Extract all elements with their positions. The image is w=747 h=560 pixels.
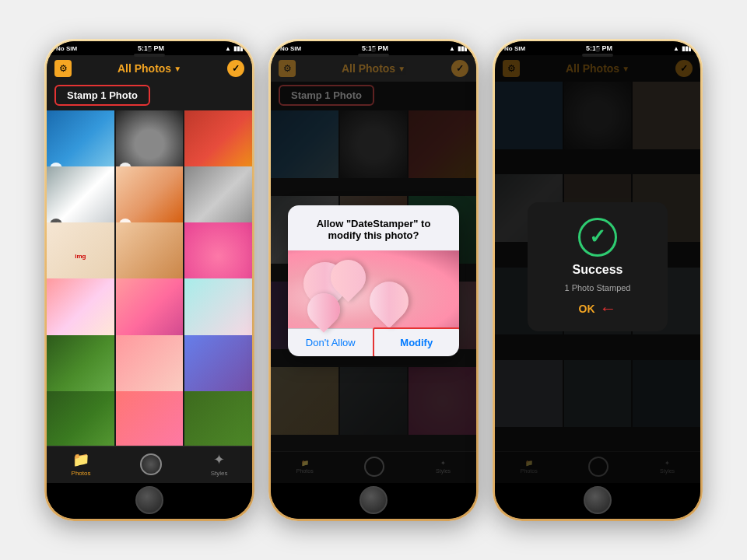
home-btn-row [271,483,476,519]
success-check-icon: ✓ [578,218,617,257]
home-button[interactable] [359,486,388,514]
photo-grid-1: ✓ img [47,110,252,446]
status-icons: ▲ ▮▮▮ [225,45,243,52]
tab-styles[interactable]: ✦ Styles [211,451,228,477]
dialog-overlay: Allow "DateStamper" to modify this photo… [271,110,476,451]
header-title-2: All Photos ▼ [342,62,405,75]
camera-dot [595,47,600,52]
camera-dot [371,47,376,52]
check-button[interactable]: ✓ [451,60,468,77]
tab-styles: ✦ Styles [660,460,675,474]
success-overlay: ✓ Success 1 Photo Stamped OK ← [495,82,700,451]
battery-icon: ▮▮▮ [458,45,467,52]
tab-bar: 📁 Photos ✦ Styles [271,451,476,483]
success-subtitle: 1 Photo Stamped [564,283,630,292]
photos-icon: 📁 [72,451,89,468]
tab-photos: 📁 Photos [296,460,314,474]
photo-cell[interactable] [116,391,184,446]
gear-icon: ⚙ [503,60,520,77]
styles-icon: ✦ [665,460,670,467]
carrier-label: No SIM [56,45,77,52]
home-button[interactable] [135,486,163,514]
camera-dot [147,47,152,52]
tab-camera[interactable] [140,453,162,475]
phone-screen-2: Allow "DateStamper" to modify this photo… [271,110,476,451]
carrier-label: No SIM [504,45,525,52]
app-header-3: ⚙ All Photos ▼ ✓ [495,55,700,82]
photos-icon: 📁 [525,460,533,467]
wifi-icon: ▲ [225,45,231,52]
camera-icon [364,457,384,477]
photo-cell[interactable] [184,391,252,446]
photos-icon: 📁 [301,460,309,467]
gear-icon[interactable]: ⚙ [279,60,296,77]
check-button[interactable]: ✓ [227,60,244,77]
modify-button[interactable]: Modify [374,329,460,356]
tab-styles: ✦ Styles [436,460,451,474]
status-icons: ▲ ▮▮▮ [673,45,691,52]
header-title-3: All Photos ▼ [566,62,630,75]
home-btn-row [495,483,700,519]
camera-button-icon [140,453,162,475]
home-button[interactable] [584,486,612,514]
ok-button[interactable]: OK [579,303,595,315]
photo-cell[interactable] [47,391,114,446]
phone-1: No SIM 5:15 PM ▲ ▮▮▮ ⚙ All Photos ▼ ✓ St… [44,39,254,521]
stamp-photo-button[interactable]: Stamp 1 Photo [54,85,150,106]
red-arrow-icon: ← [600,299,617,319]
tab-bar: 📁 Photos ✦ Styles [495,451,700,483]
dialog-actions: Don't Allow Modify [288,328,459,356]
header-title-1: All Photos ▼ [117,62,181,75]
wifi-icon: ▲ [673,45,679,52]
battery-icon: ▮▮▮ [682,45,691,52]
ok-row: OK ← [579,299,617,319]
app-header-2: ⚙ All Photos ▼ ✓ [271,55,476,82]
battery-icon: ▮▮▮ [233,45,243,52]
tab-camera [588,457,608,477]
marshmallow-3 [362,274,417,329]
wifi-icon: ▲ [449,45,455,52]
phone-2: No SIM 5:15 PM ▲ ▮▮▮ ⚙ All Photos ▼ ✓ St… [268,39,479,521]
dont-allow-button[interactable]: Don't Allow [288,329,374,356]
speaker [358,54,389,57]
tab-camera [364,457,384,477]
styles-icon: ✦ [213,451,225,468]
gear-icon[interactable]: ⚙ [54,60,72,77]
stamp-photo-button[interactable]: Stamp 1 Photo [279,85,374,106]
styles-icon: ✦ [440,460,446,467]
stamp-btn-row: Stamp 1 Photo [271,82,476,110]
check-button: ✓ [675,60,693,77]
dialog-title: Allow "DateStamper" to modify this photo… [288,205,459,244]
phone-screen-3: ✓ Success 1 Photo Stamped OK ← [495,82,700,451]
success-title: Success [573,263,623,277]
tab-bar: 📁 Photos ✦ Styles [47,446,252,483]
tab-photos: 📁 Photos [521,460,538,474]
permission-dialog: Allow "DateStamper" to modify this photo… [288,205,459,356]
dialog-photo-preview [288,250,459,328]
carrier-label: No SIM [280,45,301,52]
tab-photos[interactable]: 📁 Photos [72,451,91,477]
stamp-btn-row: Stamp 1 Photo [47,82,252,110]
home-btn-row [47,483,252,519]
phone-3: No SIM 5:15 PM ▲ ▮▮▮ ⚙ All Photos ▼ ✓ [493,39,703,521]
camera-icon [588,457,608,477]
success-dialog: ✓ Success 1 Photo Stamped OK ← [528,202,668,331]
speaker [134,54,165,57]
status-icons: ▲ ▮▮▮ [449,45,467,52]
app-header-1: ⚙ All Photos ▼ ✓ [47,55,252,82]
